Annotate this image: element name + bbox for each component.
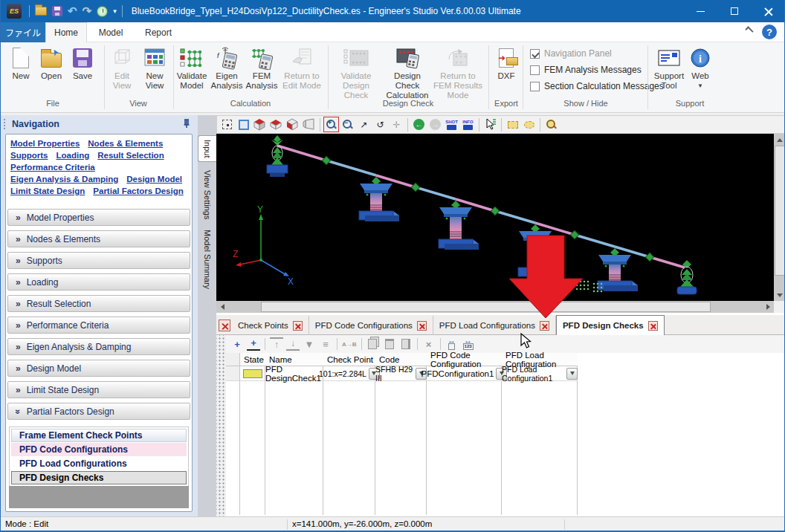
scroll-right-icon[interactable] (762, 301, 774, 313)
column-header-pfd-code-configuration[interactable]: PFD Code Configuration (427, 353, 502, 366)
tab-home[interactable]: Home (45, 22, 87, 42)
section-limit-state-design[interactable]: »Limit State Design (7, 381, 190, 398)
panel-drag-grip[interactable] (216, 335, 226, 516)
fem-analysis-messages-checkbox[interactable] (530, 65, 540, 75)
copy-icon[interactable] (366, 337, 380, 351)
view-front-icon[interactable] (285, 117, 300, 132)
measure-arrow-icon[interactable]: ↗ (357, 117, 371, 132)
tab-view-settings[interactable]: View Settings (198, 167, 216, 222)
vertical-scroll-thumb[interactable] (775, 146, 785, 276)
qat-dropdown-icon[interactable]: ▾ (113, 7, 117, 15)
paste-icon[interactable] (383, 337, 396, 351)
add-multiple-rows-icon[interactable]: + (247, 337, 260, 351)
tab-model-summary[interactable]: Model Summary (198, 227, 216, 292)
return-to-edit-mode-button[interactable]: Return to Edit Mode (281, 45, 323, 91)
link-performance-criteria[interactable]: Performance Criteria (10, 163, 95, 172)
tab-close-button[interactable] (417, 321, 427, 331)
view-top-icon[interactable] (269, 117, 283, 132)
redo-icon[interactable]: ↷ (83, 6, 92, 16)
link-limit-state-design[interactable]: Limit State Design (10, 186, 85, 195)
rectangle-select-icon[interactable] (505, 117, 520, 132)
model-viewport[interactable]: Y X Z (216, 134, 774, 301)
link-nodes-elements[interactable]: Nodes & Elements (88, 139, 163, 148)
tab-input[interactable]: Input (198, 135, 216, 162)
app-icon[interactable]: ES (7, 4, 22, 19)
tab-check-points[interactable]: Check Points (232, 316, 309, 335)
rotate-view-icon[interactable]: ↺ (373, 117, 387, 132)
validate-model-button[interactable]: Validate Model (175, 45, 209, 91)
navigation-panel-checkbox[interactable] (530, 49, 540, 59)
web-dropdown-icon[interactable]: ▼ (697, 81, 703, 91)
pfd-load-configuration-dropdown[interactable] (566, 368, 578, 380)
column-header-state[interactable]: State (240, 353, 265, 366)
new-view-button[interactable]: New View (139, 45, 170, 91)
tab-model[interactable]: Model (87, 22, 135, 42)
section-performance-criteria[interactable]: »Performance Criteria (7, 317, 190, 334)
save-button[interactable]: Save (68, 45, 97, 81)
fit-column-width-icon[interactable]: ↔ (445, 337, 459, 351)
horizontal-scroll-thumb[interactable] (261, 302, 711, 312)
view-forward-icon[interactable]: → (428, 117, 442, 132)
close-button[interactable] (752, 0, 785, 22)
view-back-icon[interactable]: ← (412, 117, 426, 132)
eigen-analysis-button[interactable]: f Eigen Analysis (210, 45, 243, 91)
check-point-cell[interactable]: 101:x=2.284L (323, 366, 375, 381)
section-eigen-analysis-damping[interactable]: »Eigen Analysis & Damping (7, 338, 190, 355)
insert-row-icon[interactable]: ▼ (303, 337, 316, 351)
pin-icon[interactable] (181, 118, 192, 129)
zoom-in-icon[interactable]: + (324, 117, 338, 132)
row-list-icon[interactable]: ≡ (319, 337, 332, 351)
dxf-button[interactable]: DXF (491, 45, 521, 81)
move-bottom-icon[interactable]: ↓ (286, 337, 300, 351)
state-cell[interactable] (240, 366, 265, 381)
link-eigen-analysis-damping[interactable]: Eigen Analysis & Damping (10, 175, 118, 184)
link-model-properties[interactable]: Model Properties (10, 139, 80, 148)
maximize-button[interactable] (717, 0, 752, 22)
name-cell[interactable]: PFD DesignCheck1 (265, 366, 323, 381)
support-tool-button[interactable]: Support Tool (652, 45, 686, 91)
link-result-selection[interactable]: Result Selection (97, 151, 164, 160)
section-nodes-elements[interactable]: »Nodes & Elements (7, 230, 190, 247)
help-button[interactable] (762, 25, 777, 39)
section-supports[interactable]: »Supports (7, 252, 190, 269)
code-cell[interactable]: SFHB H29 III (375, 366, 427, 381)
tab-close-button[interactable] (648, 321, 658, 331)
delete-row-icon[interactable]: × (422, 337, 436, 351)
column-header-check-point[interactable]: Check Point (323, 353, 375, 366)
zoom-out-icon[interactable]: − (340, 117, 355, 132)
row-selector[interactable] (226, 366, 240, 381)
fit-column-width-data-icon[interactable]: ↔123 (462, 337, 475, 351)
fit-view-icon[interactable] (236, 117, 251, 132)
export-row-icon[interactable] (399, 337, 413, 351)
scroll-up-icon[interactable] (774, 134, 785, 146)
drag-grip-icon[interactable] (3, 118, 6, 130)
tab-close-button[interactable] (293, 321, 303, 331)
tab-report[interactable]: Report (135, 22, 182, 42)
fem-analysis-button[interactable]: FEM Analysis (245, 45, 279, 91)
section-partial-factors-design[interactable]: »Partial Factors Design (7, 403, 190, 420)
design-check-calculation-button[interactable]: Design Check Calculation (383, 45, 432, 100)
scroll-left-icon[interactable] (216, 301, 228, 313)
info-camera-icon[interactable]: INFO (461, 117, 475, 132)
link-loading[interactable]: Loading (56, 151, 89, 160)
edit-view-button[interactable]: Edit View (106, 45, 138, 91)
subitem-pfd-load-configurations[interactable]: PFD Load Configurations (11, 457, 187, 470)
options-icon[interactable] (97, 6, 108, 17)
return-to-fem-results-button[interactable]: Return to FEM Results Mode (433, 45, 482, 100)
open-button[interactable]: Open (36, 45, 66, 81)
section-calculation-messages-checkbox[interactable] (530, 82, 540, 91)
section-result-selection[interactable]: »Result Selection (7, 295, 190, 312)
shot-camera-icon[interactable]: SHOT (445, 117, 459, 132)
select-region-icon[interactable] (220, 117, 234, 132)
section-design-model[interactable]: »Design Model (7, 360, 190, 377)
lasso-select-icon[interactable] (522, 117, 536, 132)
tab-file[interactable]: ファイル (1, 22, 45, 42)
link-partial-factors-design[interactable]: Partial Factors Design (93, 186, 183, 195)
scroll-down-icon[interactable] (774, 289, 785, 301)
save-icon[interactable] (52, 6, 62, 16)
add-row-icon[interactable]: + (230, 337, 244, 351)
search-zoom-icon[interactable] (544, 117, 558, 132)
link-supports[interactable]: Supports (10, 151, 48, 160)
tab-close-button[interactable] (540, 321, 549, 331)
rename-icon[interactable]: A→B (342, 337, 357, 351)
